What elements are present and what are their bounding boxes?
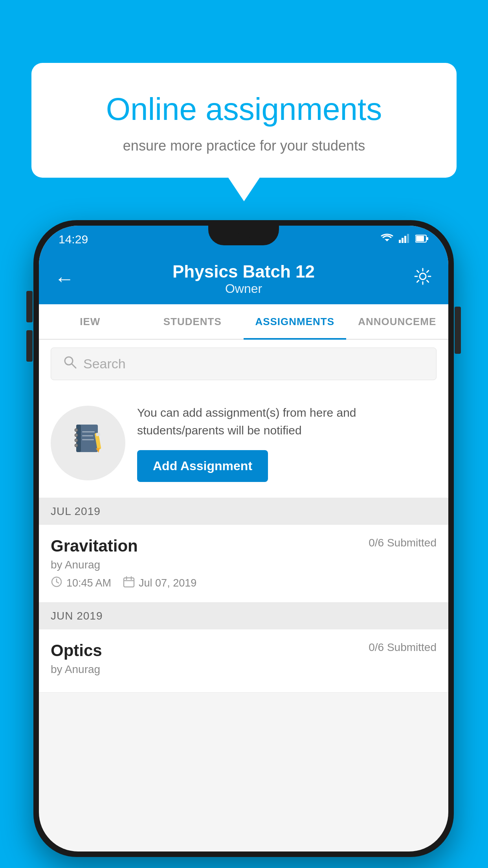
search-container: Search — [39, 340, 448, 388]
svg-rect-6 — [416, 236, 424, 241]
speech-bubble-title: Online assignments — [63, 90, 425, 128]
assignment-name-optics: Optics — [51, 641, 102, 660]
speech-bubble: Online assignments ensure more practice … — [31, 63, 457, 178]
phone-notch — [208, 226, 279, 245]
tab-students-label: STUDENTS — [163, 316, 222, 328]
assignment-time-gravitation: 10:45 AM — [51, 576, 111, 590]
tab-announcements[interactable]: ANNOUNCEME — [346, 304, 449, 339]
tab-announcements-label: ANNOUNCEME — [358, 316, 436, 328]
assignment-by-optics: by Anurag — [51, 663, 437, 676]
svg-rect-19 — [82, 439, 94, 440]
svg-rect-18 — [82, 435, 93, 436]
signal-icon — [399, 233, 410, 246]
status-time: 14:29 — [59, 233, 88, 246]
tab-assignments[interactable]: ASSIGNMENTS — [244, 304, 346, 339]
svg-rect-17 — [82, 431, 95, 432]
section-jun-2019: JUN 2019 — [39, 603, 448, 629]
assignment-time-text-gravitation: 10:45 AM — [66, 577, 111, 589]
tabs-bar: IEW STUDENTS ASSIGNMENTS ANNOUNCEME — [39, 304, 448, 340]
svg-rect-26 — [124, 578, 134, 587]
assignment-submitted-gravitation: 0/6 Submitted — [369, 537, 437, 549]
app-header: ← Physics Batch 12 Owner — [39, 253, 448, 304]
tab-active-indicator — [244, 338, 346, 340]
assignment-date-gravitation: Jul 07, 2019 — [123, 576, 196, 590]
assignment-gravitation[interactable]: Gravitation 0/6 Submitted by Anurag 10:4… — [39, 525, 448, 603]
assignment-date-text-gravitation: Jul 07, 2019 — [139, 577, 196, 589]
status-icons — [381, 233, 429, 246]
svg-point-13 — [75, 428, 78, 432]
speech-bubble-tail — [228, 178, 260, 201]
speech-bubble-subtitle: ensure more practice for your students — [63, 138, 425, 154]
battery-icon — [415, 233, 429, 246]
svg-point-15 — [75, 439, 78, 442]
settings-icon[interactable] — [413, 267, 433, 291]
assignment-submitted-optics: 0/6 Submitted — [369, 641, 437, 654]
assignment-meta-gravitation: 10:45 AM Jul 07, 2019 — [51, 576, 437, 590]
svg-marker-0 — [385, 239, 389, 241]
tab-assignments-label: ASSIGNMENTS — [255, 316, 334, 328]
tab-iew-label: IEW — [80, 316, 100, 328]
section-jul-label: JUL 2019 — [51, 505, 101, 517]
power-button[interactable] — [455, 307, 461, 354]
info-text-area: You can add assignment(s) from here and … — [137, 404, 437, 482]
search-input[interactable]: Search — [83, 356, 126, 371]
assignment-top-row: Gravitation 0/6 Submitted — [51, 537, 437, 555]
assignment-top-row-optics: Optics 0/6 Submitted — [51, 641, 437, 660]
volume-down-button[interactable] — [26, 330, 33, 362]
clock-icon — [51, 576, 62, 590]
assignment-optics[interactable]: Optics 0/6 Submitted by Anurag — [39, 629, 448, 693]
info-description: You can add assignment(s) from here and … — [137, 404, 437, 439]
tab-students[interactable]: STUDENTS — [141, 304, 244, 339]
svg-point-8 — [420, 273, 426, 280]
header-subtitle: Owner — [172, 281, 315, 296]
phone-screen: 14:29 — [39, 226, 448, 851]
header-title: Physics Batch 12 — [172, 262, 315, 281]
wifi-icon — [381, 233, 393, 246]
header-center: Physics Batch 12 Owner — [172, 262, 315, 296]
search-bar[interactable]: Search — [51, 348, 437, 380]
svg-rect-3 — [404, 236, 406, 243]
info-icon-circle — [51, 406, 125, 480]
svg-line-25 — [57, 582, 59, 583]
section-jun-label: JUN 2019 — [51, 610, 103, 622]
search-icon — [63, 355, 77, 373]
notebook-icon — [70, 421, 106, 464]
assignment-by-gravitation: by Anurag — [51, 559, 437, 571]
svg-rect-2 — [402, 238, 404, 243]
info-card: You can add assignment(s) from here and … — [39, 388, 448, 498]
svg-line-10 — [72, 364, 76, 368]
svg-rect-7 — [427, 237, 428, 240]
section-jul-2019: JUL 2019 — [39, 498, 448, 525]
volume-up-button[interactable] — [26, 291, 33, 322]
tab-iew[interactable]: IEW — [39, 304, 141, 339]
add-assignment-button[interactable]: Add Assignment — [137, 450, 268, 482]
svg-point-16 — [75, 444, 78, 447]
front-camera — [238, 230, 250, 241]
speech-bubble-container: Online assignments ensure more practice … — [31, 63, 457, 201]
calendar-icon — [123, 576, 135, 590]
svg-rect-4 — [407, 234, 409, 243]
phone-frame: 14:29 — [33, 220, 454, 857]
svg-rect-1 — [399, 240, 401, 243]
svg-point-14 — [75, 434, 78, 437]
back-button[interactable]: ← — [55, 267, 74, 290]
assignment-name-gravitation: Gravitation — [51, 537, 138, 555]
